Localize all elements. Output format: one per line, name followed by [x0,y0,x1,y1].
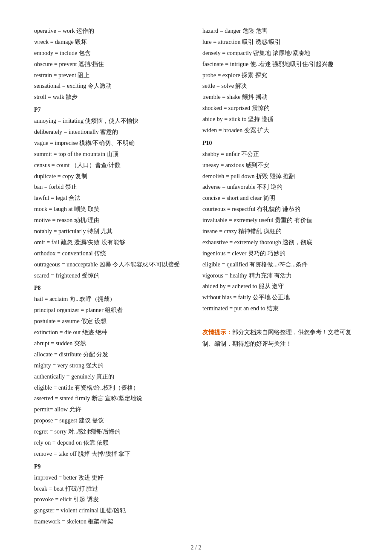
list-item: regret = sorry 对..感到惋悔/后悔的 [34,426,190,437]
list-item: authentically = genuinely 真正的 [34,371,190,382]
list-item: uneasy = anxious 感到不安 [202,160,358,171]
list-item: abided by = adhered to 服从 遵守 [202,281,358,292]
list-item: remove = take off 脱掉 去掉/脱掉 拿下 [34,448,190,460]
page-number: 2 / 2 [34,544,358,551]
list-item: embody = include 包含 [34,48,190,59]
left-column: operative = work 运作的wreck = damage 毁坏emb… [34,26,190,527]
list-item: terminated = put an end to 结束 [202,303,358,314]
list-item: widen = broaden 变宽 扩大 [202,125,358,136]
list-item: wreck = damage 毁坏 [34,37,190,48]
list-item: lawful = legal 合法 [34,193,190,204]
list-item: obscure = prevent 遮挡/挡住 [34,59,190,70]
list-item: propose = suggest 建议 提议 [34,415,190,426]
list-item: permit= allow 允许 [34,404,190,415]
notice-box: 友情提示：部分文档来自网络整理，供您参考！文档可复制、编制，期待您的好评与关注！ [202,327,358,350]
list-item: stroll = walk 散步 [34,92,190,103]
list-item: vague = imprecise 模糊/不确切、不明确 [34,138,190,149]
list-item: rely on = depend on 依靠 依赖 [34,437,190,448]
list-item: hail = acclaim 向...欢呼（拥戴） [34,294,190,305]
list-item: P10 [202,138,358,149]
list-item: shocked = surprised 震惊的 [202,103,358,114]
list-item: orthodox = conventional 传统 [34,248,190,259]
list-item: abide by = stick to 坚持 遵循 [202,114,358,125]
list-item: mighty = very strong 强大的 [34,360,190,371]
list-item: postulate = assume 假定 设想 [34,316,190,327]
list-item: hazard = danger 危险 危害 [202,26,358,37]
list-item: vigorous = healthy 精力充沛 有活力 [202,270,358,281]
list-item: restrain = prevent 阻止 [34,70,190,81]
list-item: extinction = die out 绝迹 绝种 [34,327,190,338]
list-item: operative = work 运作的 [34,26,190,37]
list-item: ban = forbid 禁止 [34,182,190,193]
list-item: tremble = shake 颤抖 摇动 [202,92,358,103]
list-item: shabby = unfair 不公正 [202,149,358,160]
list-item: eligible = qualified 有资格做.../符合...条件 [202,259,358,270]
list-item: annoying = irritating 使烦恼，使人不愉快 [34,116,190,127]
list-item: probe = explore 探索 探究 [202,70,358,81]
list-item: gangster = violent criminal 匪徒/凶犯 [34,505,190,516]
list-item: exhaustive = extremely thorough 透彻，彻底 [202,237,358,248]
list-item: densely = compactly 密集地 浓厚地/紧凑地 [202,48,358,59]
list-item: census = count （人口）普查/计数 [34,160,190,171]
list-item: principal organizer = planner 组织者 [34,305,190,316]
list-item: settle = solve 解决 [202,81,358,92]
list-item: courteous = respectful 有礼貌的 谦恭的 [202,204,358,215]
list-item: outrageous = unacceptable 凶暴 令人不能容忍/不可以接… [34,259,190,270]
list-item: ingenious = clever 灵巧的 巧妙的 [202,248,358,259]
list-item: provoke = elicit 引起 诱发 [34,494,190,505]
list-item: framework = skeleton 框架/骨架 [34,516,190,527]
list-item: sensational = exciting 令人激动 [34,81,190,92]
list-item: scared = frightened 受惊的 [34,270,190,281]
list-item: lure = attraction 吸引 诱惑/吸引 [202,37,358,48]
list-item: summit = top of the mountain 山顶 [34,149,190,160]
list-item: invaluable = extremely useful 贵重的 有价值 [202,215,358,226]
list-item: adverse = unfavorable 不利 逆的 [202,182,358,193]
list-item: omit = fail 疏忽 遗漏/失败 没有能够 [34,237,190,248]
list-item: fascinate = intrigue 使..着迷 强烈地吸引住/引起兴趣 [202,59,358,70]
list-item: mock = laugh at 嘲笑 取笑 [34,204,190,215]
notice-title: 友情提示： [202,329,232,335]
list-item: without bias = fairly 公平地 公正地 [202,292,358,303]
list-item: duplicate = copy 复制 [34,171,190,182]
list-item: abrupt = sudden 突然 [34,338,190,349]
list-item: P7 [34,104,190,116]
list-item: concise = short and clear 简明 [202,193,358,204]
right-column: hazard = danger 危险 危害lure = attraction 吸… [202,26,358,527]
list-item: deliberately = intentionally 蓄意的 [34,127,190,138]
list-item: allocate = distribute 分配 分发 [34,349,190,360]
list-item: eligible = entitle 有资格/给..权利（资格） [34,382,190,393]
list-item: P8 [34,283,190,294]
list-item: demolish = pull down 折毁 毁掉 推翻 [202,171,358,182]
list-item: break = beat 打破/打 胜过 [34,483,190,494]
list-item: asserted = stated firmly 断言 宣称/坚定地说 [34,393,190,404]
list-item: P9 [34,461,190,472]
list-item: notably = particularly 特别 尤其 [34,226,190,237]
list-item: motive = reason 动机/理由 [34,215,190,226]
list-item: improved = better 改进 更好 [34,472,190,483]
list-item: insane = crazy 精神错乱 疯狂的 [202,226,358,237]
